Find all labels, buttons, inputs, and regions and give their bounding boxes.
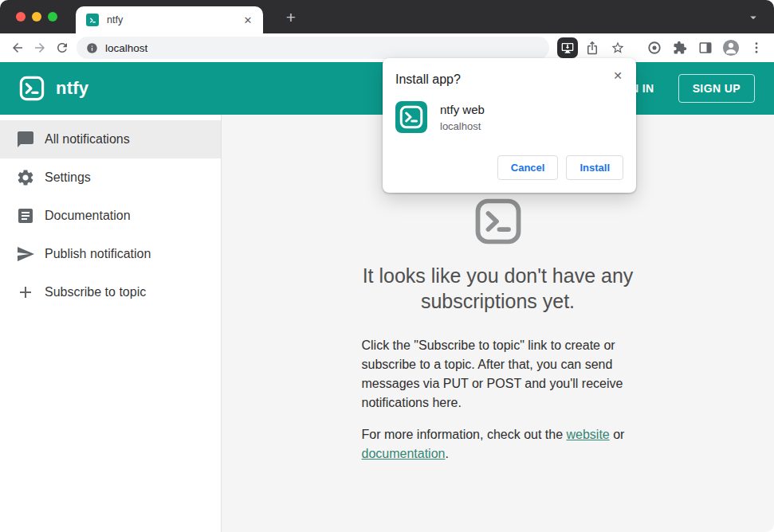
new-tab-button[interactable]: + (281, 7, 301, 28)
browser-tab-ntfy[interactable]: ntfy ✕ (76, 6, 263, 33)
bookmark-star-icon[interactable] (607, 37, 629, 59)
sidebar-item-label: All notifications (45, 132, 130, 147)
sidebar-item-label: Subscribe to topic (45, 285, 146, 299)
minimize-window-button[interactable] (32, 12, 41, 22)
book-icon (16, 206, 35, 225)
more-info-text: For more information, check out the (362, 428, 567, 441)
toolbar-right-icons (557, 37, 768, 59)
cancel-button[interactable]: Cancel (497, 155, 559, 180)
install-app-dialog: Install app? ✕ ntfy web localhost Cancel… (383, 58, 636, 193)
dialog-app-origin: localhost (440, 120, 485, 132)
sidebar-item-documentation[interactable]: Documentation (0, 197, 221, 235)
ntfy-terminal-icon (474, 198, 522, 248)
extensions-puzzle-icon[interactable] (669, 37, 691, 59)
ntfy-logo-icon (19, 76, 45, 101)
sidebar-item-publish-notification[interactable]: Publish notification (0, 235, 221, 273)
period-text: . (445, 447, 448, 460)
empty-state-paragraph: Click the "Subscribe to topic" link to c… (362, 336, 635, 413)
send-icon (16, 244, 35, 264)
empty-state-title: It looks like you don't have any subscri… (323, 263, 674, 314)
dialog-body: ntfy web localhost (395, 101, 623, 133)
url-text: localhost (105, 42, 147, 54)
sidebar-item-settings[interactable]: Settings (0, 158, 221, 197)
window-controls (16, 12, 57, 22)
share-icon[interactable] (581, 37, 603, 59)
refresh-button[interactable] (51, 37, 73, 59)
address-bar[interactable]: localhost (77, 37, 549, 59)
dialog-title: Install app? (395, 72, 623, 87)
site-info-icon (86, 42, 98, 54)
website-link[interactable]: website (567, 428, 610, 441)
brand-name: ntfy (56, 78, 88, 99)
install-button[interactable]: Install (566, 155, 623, 180)
chat-bubble-icon (16, 130, 35, 149)
ntfy-app-icon (395, 101, 427, 133)
sidebar-item-label: Settings (45, 170, 91, 185)
ntfy-favicon-icon (86, 14, 99, 26)
tab-strip: ntfy ✕ + (0, 0, 774, 33)
tab-search-chevron-icon[interactable] (745, 10, 761, 25)
sign-up-button[interactable]: SIGN UP (678, 74, 755, 103)
dialog-close-icon[interactable]: ✕ (610, 68, 626, 84)
browser-window: ntfy ✕ + localhost (0, 0, 774, 532)
close-tab-icon[interactable]: ✕ (241, 13, 255, 27)
profile-avatar[interactable] (720, 37, 742, 59)
dialog-actions: Cancel Install (395, 155, 623, 180)
back-button[interactable] (6, 37, 29, 59)
extension-icon[interactable] (643, 37, 666, 59)
sidebar: All notifications Settings Documentation… (0, 115, 222, 532)
sidebar-item-subscribe-to-topic[interactable]: Subscribe to topic (0, 273, 221, 311)
documentation-link[interactable]: documentation (362, 447, 446, 460)
install-app-icon[interactable] (557, 37, 578, 58)
fullscreen-window-button[interactable] (48, 12, 57, 22)
sidebar-item-label: Publish notification (45, 247, 151, 261)
or-text: or (610, 428, 625, 441)
side-panel-icon[interactable] (694, 37, 717, 59)
dialog-app-name: ntfy web (440, 103, 485, 116)
sidebar-item-label: Documentation (45, 209, 131, 223)
sidebar-item-all-notifications[interactable]: All notifications (0, 120, 221, 158)
plus-icon (16, 283, 35, 302)
browser-menu-kebab-icon[interactable] (745, 37, 768, 59)
tab-title: ntfy (107, 14, 241, 25)
forward-button[interactable] (29, 37, 51, 59)
close-window-button[interactable] (16, 12, 26, 22)
gear-icon (16, 168, 35, 187)
empty-state-links-paragraph: For more information, check out the webs… (362, 425, 635, 464)
